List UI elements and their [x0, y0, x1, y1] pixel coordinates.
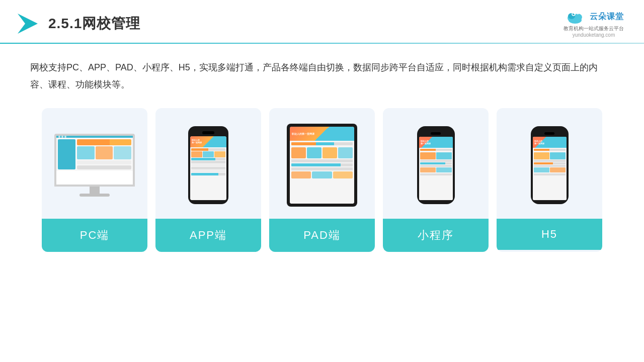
app-image-area: 职达人的第一堂网课: [155, 108, 261, 219]
svg-marker-0: [18, 14, 38, 34]
page-title: 2.5.1网校管理: [48, 14, 140, 33]
main-content: 网校支持PC、APP、PAD、小程序、H5，实现多端打通，产品各终端自由切换，数…: [0, 44, 644, 252]
svg-point-4: [568, 13, 575, 19]
h5-image-area: 职达人的第一堂网课: [497, 108, 602, 219]
cloud-icon: [564, 9, 587, 24]
pc-monitor: [52, 134, 137, 197]
brand-area: 云朵课堂 教育机构一站式服务云平台 yunduoketang.com: [564, 9, 624, 38]
logo-icon: [15, 11, 40, 36]
miniapp-phone: 职达人的第一堂网课: [417, 126, 455, 204]
h5-label: H5: [497, 219, 602, 250]
card-h5: 职达人的第一堂网课: [497, 108, 602, 252]
card-pad: 职达人的第一堂网课: [269, 108, 375, 252]
pad-tablet: 职达人的第一堂网课: [287, 124, 357, 207]
cards-row: PC端 职达人的第一堂网课: [30, 108, 614, 252]
pc-image-area: [42, 108, 147, 219]
miniapp-image-area: 职达人的第一堂网课: [383, 108, 489, 219]
card-app: 职达人的第一堂网课: [155, 108, 261, 252]
monitor-stand: [90, 187, 100, 194]
pc-label: PC端: [42, 219, 147, 252]
brand-url: yunduoketang.com: [573, 32, 615, 38]
description-text: 网校支持PC、APP、PAD、小程序、H5，实现多端打通，产品各终端自由切换，数…: [30, 59, 614, 93]
app-label: APP端: [155, 219, 261, 252]
h5-phone: 职达人的第一堂网课: [531, 126, 569, 204]
miniapp-label: 小程序: [383, 219, 489, 252]
pad-label: PAD端: [269, 219, 375, 252]
header: 2.5.1网校管理 云朵课堂 教育机构一站式服务云平台 yunduoketang…: [0, 0, 644, 38]
card-miniapp: 职达人的第一堂网课: [383, 108, 489, 252]
app-phone: 职达人的第一堂网课: [186, 126, 231, 204]
monitor-screen: [54, 134, 135, 187]
brand-name-text: 云朵课堂: [590, 12, 624, 22]
pad-image-area: 职达人的第一堂网课: [269, 108, 375, 219]
brand-logo: 云朵课堂: [564, 9, 624, 24]
card-pc: PC端: [42, 108, 147, 252]
monitor-base: [79, 194, 110, 197]
brand-tagline: 教育机构一站式服务云平台: [564, 25, 624, 32]
